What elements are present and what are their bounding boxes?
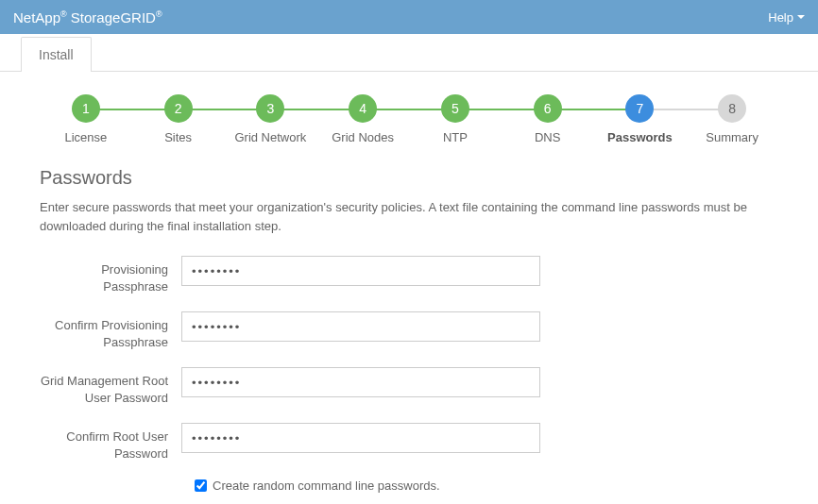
- step-label: Sites: [164, 130, 192, 144]
- section-desc: Enter secure passwords that meet your or…: [40, 198, 778, 235]
- step-label: Summary: [706, 130, 758, 144]
- reg-icon: ®: [60, 9, 67, 19]
- brand-b: StorageGRID: [71, 9, 156, 25]
- step-number: 7: [625, 94, 654, 123]
- top-bar: NetApp® StorageGRID® Help: [0, 0, 818, 34]
- input-confirm-root[interactable]: [181, 423, 540, 453]
- brand-a: NetApp: [13, 9, 60, 25]
- step-license[interactable]: 1License: [40, 94, 132, 144]
- step-summary[interactable]: 8Summary: [686, 94, 778, 144]
- step-number: 3: [256, 94, 284, 123]
- reg-icon: ®: [156, 9, 162, 19]
- step-number: 8: [718, 94, 746, 123]
- step-passwords[interactable]: 7Passwords: [594, 94, 687, 144]
- step-grid-network[interactable]: 3Grid Network: [225, 94, 317, 144]
- tab-install[interactable]: Install: [21, 37, 92, 72]
- row-confirm-root: Confirm Root User Password: [40, 423, 778, 462]
- step-label: DNS: [535, 130, 560, 144]
- input-root[interactable]: [181, 367, 540, 397]
- section-title: Passwords: [40, 167, 778, 189]
- chevron-down-icon: [797, 15, 805, 19]
- stepper: 1License2Sites3Grid Network4Grid Nodes5N…: [0, 72, 818, 161]
- brand: NetApp® StorageGRID®: [13, 9, 162, 25]
- row-confirm-provisioning: Confirm Provisioning Passphrase: [40, 311, 778, 350]
- label-random-cli[interactable]: Create random command line passwords.: [213, 479, 440, 493]
- step-number: 2: [164, 94, 193, 123]
- row-root: Grid Management Root User Password: [40, 367, 778, 406]
- label-provisioning: Provisioning Passphrase: [40, 256, 181, 294]
- step-number: 1: [72, 94, 100, 123]
- step-number: 6: [534, 94, 562, 123]
- input-confirm-provisioning[interactable]: [181, 311, 540, 342]
- checkbox-random-cli[interactable]: [195, 479, 207, 492]
- label-confirm-provisioning: Confirm Provisioning Passphrase: [40, 311, 181, 350]
- step-grid-nodes[interactable]: 4Grid Nodes: [316, 94, 409, 144]
- step-ntp[interactable]: 5NTP: [409, 94, 502, 144]
- content: Passwords Enter secure passwords that me…: [0, 161, 818, 504]
- step-number: 4: [349, 94, 377, 123]
- step-dns[interactable]: 6DNS: [502, 94, 594, 144]
- row-provisioning: Provisioning Passphrase: [40, 256, 778, 294]
- row-random-cli: Create random command line passwords.: [195, 479, 778, 493]
- step-label: Grid Network: [234, 130, 306, 144]
- step-label: NTP: [443, 130, 468, 144]
- step-number: 5: [441, 94, 469, 123]
- input-provisioning[interactable]: [181, 256, 540, 286]
- help-label: Help: [768, 10, 793, 25]
- help-menu[interactable]: Help: [768, 10, 805, 25]
- step-label: Grid Nodes: [332, 130, 394, 144]
- step-label: Passwords: [607, 130, 673, 144]
- label-root: Grid Management Root User Password: [40, 367, 181, 406]
- step-label: License: [64, 130, 107, 144]
- tab-bar: Install: [0, 34, 818, 72]
- step-sites[interactable]: 2Sites: [132, 94, 225, 144]
- label-confirm-root: Confirm Root User Password: [40, 423, 181, 462]
